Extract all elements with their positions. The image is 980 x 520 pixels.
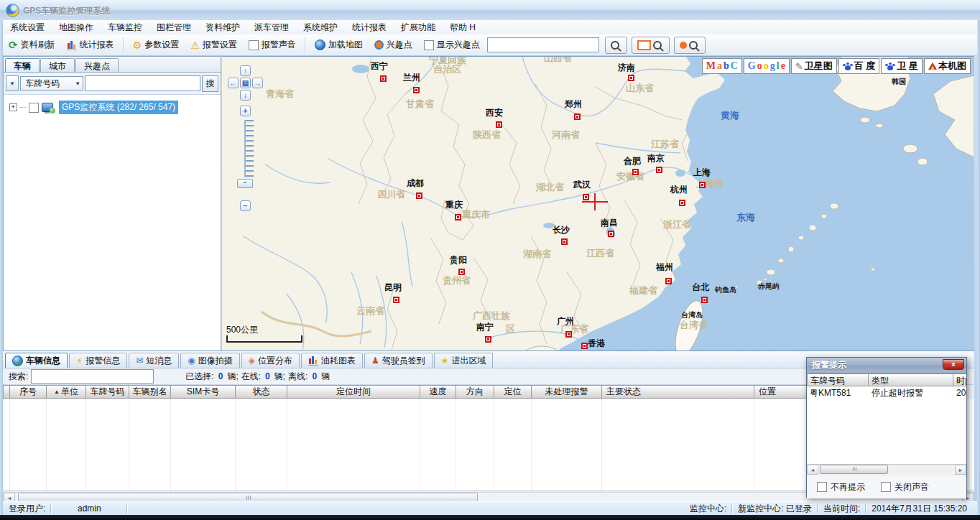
city-marker[interactable] <box>628 75 634 81</box>
alarm-settings-button[interactable]: ⚠ 报警设置 <box>185 36 243 54</box>
zoom-in-button[interactable]: + <box>240 106 251 116</box>
bottom-tab-3[interactable]: ◉图像拍摄 <box>180 353 239 368</box>
sidebar-tab-2[interactable]: 兴趣点 <box>75 58 119 72</box>
bottom-tab-7[interactable]: ★进出区域 <box>434 353 494 368</box>
show-poi-toggle[interactable]: 显示兴趣点 <box>418 36 486 54</box>
city-marker[interactable] <box>701 297 708 303</box>
column-header-6[interactable]: 状态 <box>236 385 287 399</box>
refresh-button[interactable]: ⟳ 资料刷新 <box>3 36 61 54</box>
column-header-5[interactable]: SIM卡号 <box>171 385 236 399</box>
column-header-1[interactable]: 序号 <box>10 385 47 399</box>
report-button[interactable]: 统计报表 <box>61 36 120 54</box>
zoom-slider-track[interactable] <box>244 120 254 177</box>
column-header-11[interactable]: 未处理报警 <box>532 385 602 399</box>
column-header-12[interactable]: 主要状态 <box>602 385 754 399</box>
no-more-prompt-checkbox[interactable] <box>817 482 827 492</box>
search-field-combo[interactable]: 车牌号码 ▼ <box>20 76 83 90</box>
scroll-left-button[interactable]: ◄ <box>807 465 818 475</box>
map-layer-button-google[interactable]: Google <box>744 58 790 74</box>
city-marker[interactable] <box>416 192 422 199</box>
map-layer-button-mapabc[interactable]: MabC <box>702 58 742 74</box>
poi-button[interactable]: 兴趣点 <box>369 36 418 54</box>
sidebar-tab-1[interactable]: 城市 <box>40 58 75 72</box>
load-map-button[interactable]: 加载地图 <box>309 36 369 54</box>
city-marker[interactable] <box>485 336 491 343</box>
bottom-tab-5[interactable]: 油耗图表 <box>301 353 363 368</box>
pan-left-button[interactable]: ← <box>228 78 239 88</box>
city-marker[interactable] <box>380 75 387 82</box>
map-layer-button-baidu[interactable]: 百 度 <box>838 58 880 74</box>
scrollbar-thumb[interactable] <box>820 465 888 474</box>
bottom-tab-0[interactable]: 车辆信息 <box>5 353 68 368</box>
zoom-out-button[interactable]: − <box>240 200 251 211</box>
show-poi-checkbox[interactable] <box>424 40 434 50</box>
tree-collapse-dropdown[interactable]: ▼ <box>6 75 19 91</box>
column-header-9[interactable]: 方向 <box>456 385 494 399</box>
city-marker[interactable] <box>699 182 706 188</box>
city-marker[interactable] <box>561 238 568 245</box>
menu-item-6[interactable]: 系统维护 <box>296 20 345 35</box>
city-marker[interactable] <box>574 113 581 120</box>
menu-item-0[interactable]: 系统设置 <box>3 20 52 35</box>
city-marker[interactable] <box>565 331 572 338</box>
city-marker[interactable] <box>665 278 672 284</box>
menu-item-3[interactable]: 围栏管理 <box>149 20 198 35</box>
menu-item-5[interactable]: 派车管理 <box>247 20 296 35</box>
toolbar-search-input[interactable] <box>487 37 599 52</box>
map-canvas[interactable]: 宁夏回族自治区山西省青海省甘肃省陕西省河南省山东省江苏省安徽省上海市湖北省四川省… <box>222 56 974 351</box>
city-marker[interactable] <box>393 297 399 303</box>
column-header-2[interactable]: ▲单位 <box>47 385 86 399</box>
alert-h-scrollbar[interactable]: ◄ ► <box>807 464 966 475</box>
no-more-prompt-toggle[interactable]: 不再提示 <box>817 481 865 493</box>
menu-item-4[interactable]: 资料维护 <box>198 20 247 35</box>
plate-search-input[interactable] <box>85 75 200 91</box>
column-header-7[interactable]: 定位时间 <box>287 385 420 399</box>
pan-down-button[interactable]: ↓ <box>240 90 251 101</box>
zoom-slider-thumb[interactable]: − <box>237 179 253 188</box>
bottom-tab-1[interactable]: ⚡报警信息 <box>69 353 127 368</box>
city-marker[interactable] <box>455 214 461 220</box>
city-marker[interactable] <box>496 121 502 128</box>
alert-row[interactable]: 粤KMT581停止超时报警20 <box>807 386 966 399</box>
sidebar-tab-0[interactable]: 车辆 <box>5 58 40 72</box>
alert-popup-titlebar[interactable]: 报警提示 × <box>807 358 966 373</box>
menu-item-8[interactable]: 扩展功能 <box>394 20 443 35</box>
alert-column-header-0[interactable]: 车牌号码 <box>807 373 869 386</box>
alert-column-header-2[interactable]: 时间 <box>953 373 966 386</box>
alert-column-header-1[interactable]: 类型 <box>869 373 953 386</box>
pan-center-button[interactable]: ▤ <box>240 78 251 88</box>
params-button[interactable]: ⚙ 参数设置 <box>127 36 185 54</box>
city-marker[interactable] <box>679 200 685 206</box>
tree-root-row[interactable]: + GPS监控系统 (282/ 265/ 547) <box>9 101 221 114</box>
map-layer-button-baidu-satellite[interactable]: 卫 星 <box>881 58 923 74</box>
column-header-4[interactable]: 车辆别名 <box>129 385 171 399</box>
pan-up-button[interactable]: ↑ <box>240 65 251 76</box>
city-marker[interactable] <box>583 194 589 200</box>
column-header-0[interactable] <box>3 385 10 399</box>
tree-root-checkbox[interactable] <box>29 103 39 113</box>
city-marker[interactable] <box>458 269 465 275</box>
title-bar[interactable]: GPS车辆监控管理系统 <box>0 0 980 21</box>
area-search-button[interactable] <box>632 37 670 54</box>
city-marker[interactable] <box>656 167 662 173</box>
city-marker[interactable] <box>608 231 614 237</box>
search-button[interactable] <box>605 37 627 54</box>
mute-sound-toggle[interactable]: 关闭声音 <box>881 481 929 493</box>
close-icon[interactable]: × <box>943 359 964 370</box>
mute-sound-checkbox[interactable] <box>881 482 891 492</box>
tree-expand-icon[interactable]: + <box>9 103 17 111</box>
alarm-sound-checkbox[interactable] <box>249 40 259 50</box>
city-marker[interactable] <box>581 343 588 349</box>
bottom-tab-4[interactable]: ◈位置分布 <box>241 353 300 368</box>
column-header-3[interactable]: 车牌号码 <box>86 385 129 399</box>
column-header-8[interactable]: 速度 <box>420 385 456 399</box>
city-marker[interactable] <box>413 87 420 93</box>
map-layer-button-local-map[interactable]: 本机图 <box>924 58 971 74</box>
bottom-tab-2[interactable]: ✉短消息 <box>129 353 179 368</box>
scroll-right-button[interactable]: ► <box>955 465 966 475</box>
bottom-tab-6[interactable]: ♟驾驶员签到 <box>364 353 433 368</box>
map-layer-button-satellite-map[interactable]: ✎卫星图 <box>791 58 837 74</box>
menu-item-2[interactable]: 车辆监控 <box>101 20 149 35</box>
alarm-sound-toggle[interactable]: 报警声音 <box>243 36 302 54</box>
plate-search-button[interactable]: 搜 <box>202 75 218 92</box>
